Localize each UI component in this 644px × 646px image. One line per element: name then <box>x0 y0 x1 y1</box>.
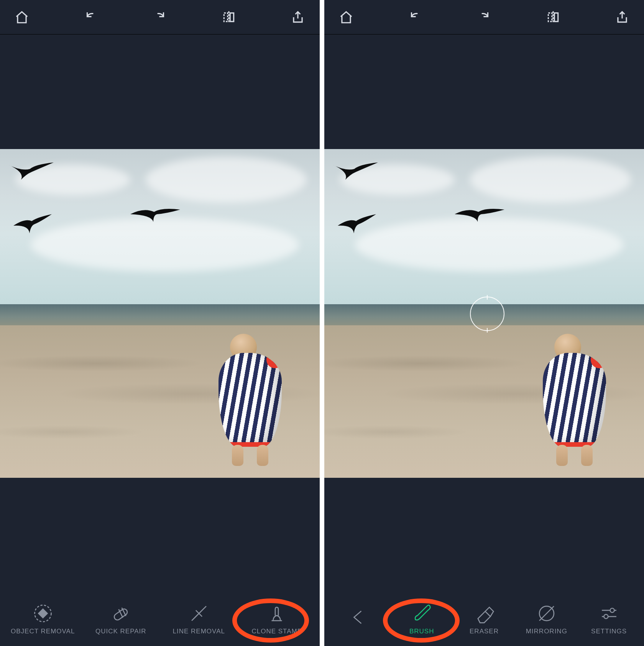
pane-divider <box>320 0 324 646</box>
undo-icon[interactable] <box>407 9 423 25</box>
svg-point-10 <box>610 608 614 613</box>
line-removal-icon <box>189 603 209 624</box>
tool-brush[interactable]: BRUSH <box>391 603 453 635</box>
redo-icon[interactable] <box>152 9 168 25</box>
svg-point-12 <box>604 615 608 619</box>
tool-label: CLONE STAMP <box>251 628 302 635</box>
clone-stamp-icon <box>266 603 287 624</box>
tool-label: SETTINGS <box>591 628 627 635</box>
share-icon[interactable] <box>290 9 306 25</box>
bottom-toolbar: OBJECT REMOVAL QUICK REPAIR LINE REMOVAL… <box>0 592 320 646</box>
tool-clone-stamp[interactable]: CLONE STAMP <box>238 603 316 635</box>
image-canvas[interactable] <box>0 34 320 592</box>
settings-sliders-icon <box>599 603 619 624</box>
eraser-icon <box>474 603 495 624</box>
quick-repair-icon <box>110 603 131 624</box>
tool-eraser[interactable]: ERASER <box>453 603 516 635</box>
edited-photo <box>324 149 644 478</box>
tool-label: ERASER <box>470 628 499 635</box>
editor-pane-right: BRUSH ERASER MIRRORING SETTINGS <box>324 0 644 646</box>
back-button[interactable] <box>328 607 391 631</box>
tool-line-removal[interactable]: LINE REMOVAL <box>160 603 238 635</box>
tool-quick-repair[interactable]: QUICK REPAIR <box>82 603 160 635</box>
tool-label: BRUSH <box>409 628 434 635</box>
mirroring-icon <box>536 603 557 624</box>
clone-source-crosshair[interactable] <box>470 297 504 331</box>
back-arrow-icon <box>349 607 370 628</box>
tool-label: MIRRORING <box>526 628 567 635</box>
tool-label: OBJECT REMOVAL <box>11 628 75 635</box>
compare-icon[interactable] <box>545 9 561 25</box>
home-icon[interactable] <box>338 9 354 25</box>
tool-label: LINE REMOVAL <box>173 628 225 635</box>
share-icon[interactable] <box>614 9 630 25</box>
svg-rect-1 <box>38 609 47 618</box>
compare-icon[interactable] <box>221 9 237 25</box>
bottom-toolbar: BRUSH ERASER MIRRORING SETTINGS <box>324 592 644 646</box>
top-toolbar <box>324 0 644 34</box>
tool-settings[interactable]: SETTINGS <box>578 603 640 635</box>
editor-pane-left: OBJECT REMOVAL QUICK REPAIR LINE REMOVAL… <box>0 0 320 646</box>
brush-icon <box>411 603 432 624</box>
object-removal-icon <box>33 603 53 624</box>
redo-icon[interactable] <box>476 9 492 25</box>
tool-label: QUICK REPAIR <box>95 628 146 635</box>
tool-object-removal[interactable]: OBJECT REMOVAL <box>4 603 82 635</box>
top-toolbar <box>0 0 320 34</box>
tool-mirroring[interactable]: MIRRORING <box>515 603 578 635</box>
undo-icon[interactable] <box>83 9 99 25</box>
image-canvas[interactable] <box>324 34 644 592</box>
home-icon[interactable] <box>14 9 30 25</box>
edited-photo <box>0 149 320 478</box>
